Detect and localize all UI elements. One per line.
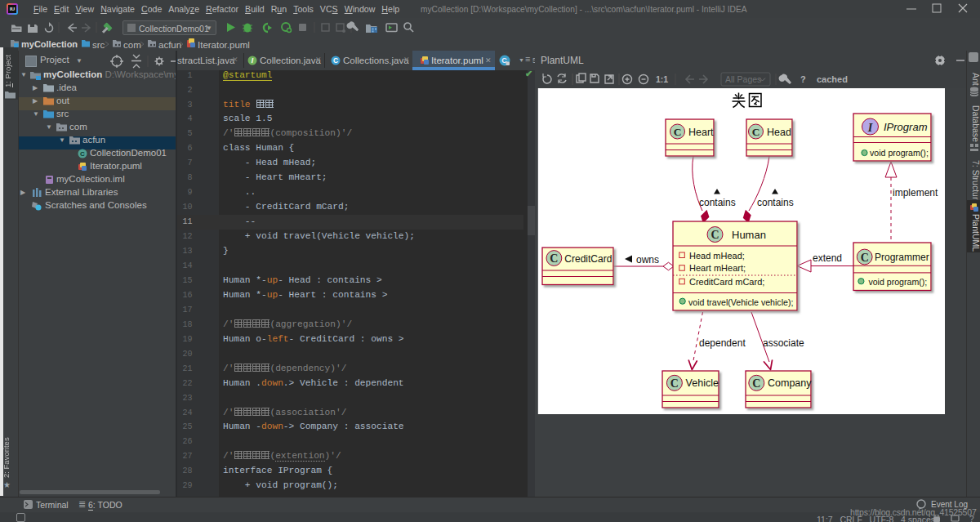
svg-text:C: C [80,150,85,158]
svg-text:C: C [752,377,760,390]
svg-text:Vehicle: Vehicle [686,377,719,389]
svg-text:Heart: Heart [688,127,714,138]
svg-text:Head: Head [767,127,791,138]
svg-text:C: C [333,56,338,65]
svg-text:void program();: void program(); [868,277,927,287]
svg-text:contains: contains [699,197,736,208]
svg-text:Programmer: Programmer [875,252,929,263]
svg-text:C: C [710,229,719,241]
svg-text:All Pages: All Pages [725,74,761,84]
svg-text:implement: implement [893,187,938,199]
svg-text:Human: Human [732,229,766,241]
svg-text:C: C [550,252,558,265]
svg-text:1:1: 1:1 [656,74,668,84]
svg-text:C: C [674,126,682,138]
svg-text:void program();: void program(); [870,148,929,158]
svg-text:Company: Company [768,377,812,389]
svg-text:Heart mHeart;: Heart mHeart; [689,263,746,273]
svg-text:contains: contains [757,197,794,208]
svg-text:owns: owns [636,254,659,265]
svg-text:extend: extend [813,252,842,264]
svg-text:CreditCard mCard;: CreditCard mCard; [689,277,764,287]
svg-text:void travel(Vehicle vehicle);: void travel(Vehicle vehicle); [688,297,793,307]
svg-text:C: C [670,377,679,390]
svg-text:associate: associate [763,337,804,349]
svg-text:cached: cached [817,74,848,84]
svg-text:dependent: dependent [699,337,746,349]
svg-text:C: C [861,252,869,264]
svg-text:?: ? [800,74,806,84]
svg-text:CreditCard: CreditCard [564,253,612,265]
svg-text:IProgram: IProgram [884,121,928,133]
svg-text:C: C [752,126,760,138]
svg-text:Head mHead;: Head mHead; [689,251,745,261]
